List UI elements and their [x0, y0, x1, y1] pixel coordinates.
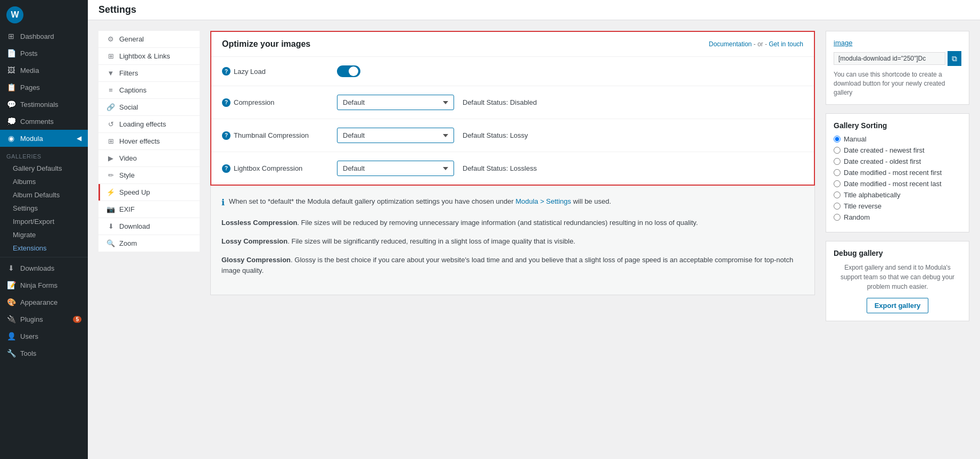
sort-radio-title-alpha[interactable] [834, 191, 841, 198]
sidebar-item-media[interactable]: 🖼 Media [0, 62, 88, 79]
sort-radio-date-created-newest[interactable] [834, 147, 841, 154]
sidebar-item-plugins[interactable]: 🔌 Plugins 5 [0, 311, 88, 328]
lossless-title: Lossless Compression [221, 219, 297, 227]
lazy-load-toggle-wrap[interactable] [337, 65, 360, 77]
lightbox-compression-help-icon[interactable]: ? [222, 164, 230, 173]
sort-option-random: Random [834, 213, 961, 221]
sort-label-date-modified-last: Date modified - most recent last [844, 180, 942, 188]
sort-option-date-created-newest: Date created - newest first [834, 146, 961, 154]
tab-video[interactable]: ▶ Video [98, 150, 200, 166]
import-export-label: Import/Export [13, 218, 54, 226]
center-panel: Optimize your images Documentation - or … [210, 31, 815, 330]
testimonials-icon: 💬 [6, 100, 16, 109]
sidebar-item-posts[interactable]: 📄 Posts [0, 45, 88, 62]
tab-social[interactable]: 🔗 Social [98, 99, 200, 115]
export-gallery-button[interactable]: Export gallery [867, 298, 929, 313]
sidebar-item-downloads[interactable]: ⬇ Downloads [0, 260, 88, 277]
users-icon: 👤 [6, 332, 16, 340]
gallery-sorting-card: Gallery Sorting Manual Date created - ne… [826, 113, 969, 232]
sidebar-item-label: Plugins [20, 315, 43, 323]
tab-exif[interactable]: 📷 EXIF [98, 201, 200, 218]
sidebar-sub-settings[interactable]: Settings [0, 202, 88, 215]
debug-title: Debug gallery [834, 249, 961, 257]
sort-radio-manual[interactable] [834, 136, 841, 143]
tab-general[interactable]: ⚙ General [98, 31, 200, 47]
sidebar-item-modula[interactable]: ◉ Modula ◀ [0, 130, 88, 147]
sidebar-item-tools[interactable]: 🔧 Tools [0, 345, 88, 362]
get-in-touch-link[interactable]: Get in touch [769, 40, 803, 48]
loading-tab-icon: ↺ [106, 120, 115, 128]
tab-zoom[interactable]: 🔍 Zoom [98, 235, 200, 252]
debug-gallery-card: Debug gallery Export gallery and send it… [826, 241, 969, 321]
image-shortcode-card: image ⧉ You can use this shortcode to cr… [826, 31, 969, 105]
wp-logo-icon: W [6, 6, 23, 23]
shortcode-input[interactable] [834, 52, 945, 65]
compression-row: ? Compression Default Lossless Lossy Glo… [211, 86, 814, 119]
debug-description: Export gallery and send it to Modula's s… [834, 263, 961, 291]
tab-filters[interactable]: ▼ Filters [98, 65, 200, 81]
sidebar-item-dashboard[interactable]: ⊞ Dashboard [0, 28, 88, 45]
sidebar-sub-import-export[interactable]: Import/Export [0, 215, 88, 228]
sidebar-item-label: Media [20, 66, 39, 74]
sidebar-item-users[interactable]: 👤 Users [0, 328, 88, 345]
tab-loading-effects[interactable]: ↺ Loading effects [98, 116, 200, 132]
lazy-load-toggle[interactable] [337, 65, 360, 77]
tab-hover-effects[interactable]: ⊞ Hover effects [98, 133, 200, 149]
lightbox-compression-row: ? Lightbox Compression Default Lossless … [211, 152, 814, 185]
compression-select[interactable]: Default Lossless Lossy Glossy [337, 95, 454, 110]
sidebar-item-pages[interactable]: 📋 Pages [0, 79, 88, 96]
sort-label-date-created-oldest: Date created - oldest first [844, 157, 921, 165]
shortcode-copy-button[interactable]: ⧉ [948, 51, 961, 66]
modula-settings-link[interactable]: Modula > Settings [515, 197, 571, 205]
sidebar-item-label: Testimonials [20, 101, 59, 109]
sidebar-item-label: Appearance [20, 298, 57, 306]
compression-label: Compression [234, 98, 275, 106]
sort-radio-title-reverse[interactable] [834, 203, 841, 210]
plugins-icon: 🔌 [6, 315, 16, 323]
copy-icon: ⧉ [952, 54, 957, 63]
documentation-link[interactable]: Documentation [709, 40, 752, 48]
sidebar-sub-extensions[interactable]: Extensions [0, 241, 88, 255]
sidebar-sub-migrate[interactable]: Migrate [0, 228, 88, 241]
tab-download[interactable]: ⬇ Download [98, 218, 200, 235]
general-tab-icon: ⚙ [106, 35, 115, 43]
captions-tab-icon: ≡ [106, 86, 115, 94]
sidebar-item-appearance[interactable]: 🎨 Appearance [0, 294, 88, 311]
sort-radio-random[interactable] [834, 214, 841, 221]
glossy-text: . Glossy is the best choice if you care … [221, 256, 793, 275]
thumbnail-compression-help-icon[interactable]: ? [222, 131, 230, 140]
thumbnail-compression-select[interactable]: Default Lossless Lossy Glossy [337, 128, 454, 143]
lightbox-compression-select[interactable]: Default Lossless Lossy Glossy [337, 161, 454, 176]
sidebar-item-testimonials[interactable]: 💬 Testimonials [0, 96, 88, 113]
sort-label-date-modified-recent: Date modified - most recent first [844, 169, 942, 177]
glossy-description: Glossy Compression. Glossy is the best c… [221, 255, 804, 277]
tab-speed-up[interactable]: ⚡ Speed Up [98, 184, 200, 201]
tab-lightbox[interactable]: ⊞ Lightbox & Links [98, 48, 200, 64]
sidebar-item-ninja-forms[interactable]: 📝 Ninja Forms [0, 277, 88, 294]
sort-radio-date-created-oldest[interactable] [834, 158, 841, 165]
image-link[interactable]: image [834, 39, 961, 47]
lazy-load-help-icon[interactable]: ? [222, 67, 230, 76]
download-tab-icon: ⬇ [106, 222, 115, 230]
compression-help-icon[interactable]: ? [222, 98, 230, 107]
sidebar-item-label: Comments [20, 118, 54, 126]
sort-label-random: Random [844, 213, 870, 221]
sort-radio-date-modified-last[interactable] [834, 180, 841, 187]
sidebar-sub-gallery-defaults[interactable]: Gallery Defaults [0, 162, 88, 175]
tab-label: Video [119, 154, 137, 162]
section-header-bar: Optimize your images Documentation - or … [211, 32, 814, 57]
migrate-label: Migrate [13, 231, 36, 239]
sidebar-sub-album-defaults[interactable]: Album Defaults [0, 188, 88, 202]
sidebar-item-comments[interactable]: 💭 Comments [0, 113, 88, 130]
section-title: Optimize your images [222, 39, 310, 49]
sidebar-item-label: Downloads [20, 264, 54, 272]
tab-style[interactable]: ✏ Style [98, 167, 200, 183]
lazy-load-row: ? Lazy Load [211, 57, 814, 86]
thumbnail-compression-row: ? Thumbnail Compression Default Lossless… [211, 119, 814, 152]
tab-captions[interactable]: ≡ Captions [98, 82, 200, 98]
lightbox-compression-label-wrap: ? Lightbox Compression [222, 164, 328, 173]
sidebar-item-label: Dashboard [20, 32, 54, 40]
sidebar-sub-albums[interactable]: Albums [0, 175, 88, 188]
sort-radio-date-modified-recent[interactable] [834, 169, 841, 176]
appearance-icon: 🎨 [6, 298, 16, 306]
